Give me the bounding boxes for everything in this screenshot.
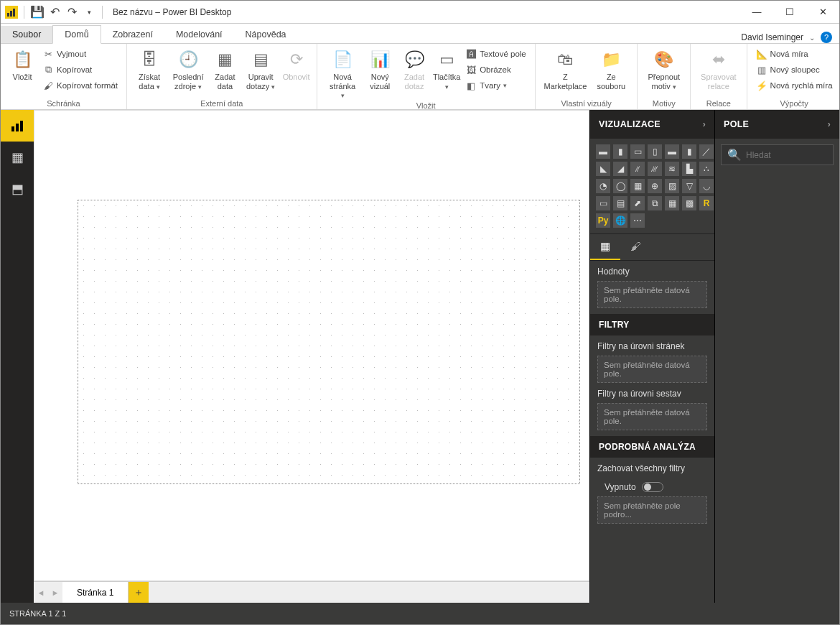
title-bar: 💾 ↶ ↷ ▾ Bez názvu – Power BI Desktop — ☐… [1, 1, 839, 24]
viz-line[interactable]: ／ [699, 144, 714, 159]
viz-arcgis[interactable]: 🌐 [613, 213, 627, 228]
minimize-button[interactable]: — [740, 1, 773, 24]
paste-button[interactable]: 📋 Vložit [6, 47, 38, 83]
ask-question-button[interactable]: 💬Zadat dotaz [398, 47, 431, 92]
viz-stacked-bar[interactable]: ▬ [596, 144, 610, 159]
tab-fields-icon[interactable]: ▦ [590, 234, 620, 260]
viz-line-clustered[interactable]: ⫻ [648, 162, 662, 176]
viz-ribbon[interactable]: ≋ [665, 162, 679, 176]
fields-search-input[interactable] [746, 150, 840, 160]
viz-stacked-area[interactable]: ◢ [613, 162, 627, 176]
add-page-button[interactable]: ＋ [129, 582, 149, 603]
viz-clustered-column[interactable]: ▯ [648, 144, 662, 159]
buttons-button[interactable]: ▭Tlačítka ▾ [432, 47, 461, 92]
from-marketplace-button[interactable]: 🛍Z Marketplace [541, 47, 589, 92]
nav-model-view[interactable]: ⬒ [1, 173, 34, 205]
maximize-button[interactable]: ☐ [773, 1, 806, 24]
viz-slicer[interactable]: ⧉ [648, 196, 662, 210]
close-button[interactable]: ✕ [806, 1, 839, 24]
report-filters-drop-well[interactable]: Sem přetáhněte datová pole. [597, 403, 707, 430]
viz-more[interactable]: ⋯ [630, 213, 645, 228]
viz-funnel[interactable]: ▽ [682, 179, 696, 193]
tab-help[interactable]: Nápověda [234, 26, 298, 43]
left-nav: ▦ ⬒ [1, 110, 34, 603]
new-page-button[interactable]: 📄Nová stránka ▾ [323, 47, 363, 101]
viz-matrix[interactable]: ▩ [682, 196, 696, 210]
user-name: David Iseminger [741, 32, 803, 42]
viz-waterfall[interactable]: ▙ [682, 162, 696, 176]
visualizations-header[interactable]: VIZUALIZACE › [590, 110, 714, 139]
help-icon[interactable]: ? [821, 32, 832, 43]
viz-clustered-bar[interactable]: ▭ [630, 144, 645, 159]
viz-table[interactable]: ▦ [665, 196, 679, 210]
viz-card[interactable]: ▭ [596, 196, 610, 210]
viz-line-stacked[interactable]: ⫽ [630, 162, 645, 176]
tab-file[interactable]: Soubor [1, 26, 52, 43]
page-next-icon[interactable]: ► [48, 588, 62, 597]
viz-pie[interactable]: ◔ [596, 179, 610, 193]
user-area[interactable]: David Iseminger ⌄ ? [741, 32, 839, 43]
clipboard-icon: 📋 [11, 48, 34, 71]
redo-icon[interactable]: ↷ [65, 5, 79, 19]
tab-format-icon[interactable]: 🖌 [620, 234, 651, 260]
viz-gauge[interactable]: ◡ [699, 179, 714, 193]
drillthrough-drop-well[interactable]: Sem přetáhněte pole podro... [597, 496, 707, 524]
viz-area[interactable]: ◣ [596, 162, 610, 176]
ribbon: 📋 Vložit ✂Vyjmout ⧉Kopírovat 🖌Kopírovat … [1, 44, 839, 110]
viz-r-script[interactable]: R [699, 196, 714, 210]
page-filters-drop-well[interactable]: Sem přetáhněte datová pole. [597, 356, 707, 383]
viz-scatter[interactable]: ∴ [699, 162, 714, 176]
image-button[interactable]: 🖼Obrázek [462, 62, 529, 77]
nav-report-view[interactable] [1, 110, 34, 142]
nav-data-view[interactable]: ▦ [1, 142, 34, 173]
svg-rect-4 [16, 124, 19, 131]
tab-home[interactable]: Domů [52, 25, 101, 44]
keep-all-filters-toggle[interactable] [642, 482, 663, 492]
viz-filled-map[interactable]: ▨ [665, 179, 679, 193]
switch-theme-button[interactable]: 🎨Přepnout motiv ▾ [643, 47, 684, 92]
page-prev-icon[interactable]: ◄ [34, 588, 48, 597]
refresh-button[interactable]: ⟳Obnovit [282, 47, 311, 83]
page-filters-label: Filtry na úrovni stránek [597, 341, 707, 351]
undo-icon[interactable]: ↶ [47, 5, 62, 19]
save-icon[interactable]: 💾 [30, 5, 45, 19]
fields-search[interactable]: 🔍 [721, 144, 834, 165]
recent-icon: 🕘 [177, 48, 200, 71]
fields-panel: POLE › 🔍 [714, 110, 839, 603]
values-drop-well[interactable]: Sem přetáhněte datová pole. [597, 281, 707, 308]
fields-header[interactable]: POLE › [715, 110, 839, 139]
viz-100-column[interactable]: ▮ [682, 144, 696, 159]
viz-treemap[interactable]: ▦ [630, 179, 645, 193]
tab-view[interactable]: Zobrazení [101, 26, 164, 43]
file-icon: 📁 [599, 48, 622, 71]
copy-button[interactable]: ⧉Kopírovat [39, 62, 121, 77]
new-measure-button[interactable]: 📐Nová míra [753, 47, 836, 61]
edit-queries-button[interactable]: ▤Upravit dotazy ▾ [241, 47, 281, 92]
viz-stacked-column[interactable]: ▮ [613, 144, 627, 159]
format-painter-button[interactable]: 🖌Kopírovat formát [39, 78, 121, 93]
viz-kpi[interactable]: ⬈ [630, 196, 645, 210]
cut-button[interactable]: ✂Vyjmout [39, 47, 121, 61]
page-tab-1[interactable]: Stránka 1 [62, 582, 129, 603]
enter-data-button[interactable]: ▦Zadat data [210, 47, 240, 92]
shapes-button[interactable]: ◧Tvary ▾ [462, 78, 529, 93]
new-quick-measure-button[interactable]: ⚡Nová rychlá míra [753, 78, 836, 93]
tab-modeling[interactable]: Modelování [164, 26, 234, 43]
viz-100-bar[interactable]: ▬ [665, 144, 679, 159]
ribbon-group-external-data: 🗄Získat data ▾ 🕘Poslední zdroje ▾ ▦Zadat… [127, 44, 317, 109]
qat-dropdown-icon[interactable]: ▾ [82, 5, 96, 19]
viz-donut[interactable]: ◯ [613, 179, 627, 193]
viz-python[interactable]: Py [596, 213, 610, 228]
new-visual-button[interactable]: 📊Nový vizuál [364, 47, 396, 92]
viz-multi-card[interactable]: ▤ [613, 196, 627, 210]
get-data-button[interactable]: 🗄Získat data ▾ [133, 47, 166, 92]
chevron-right-icon: › [828, 119, 831, 129]
report-canvas[interactable] [78, 200, 580, 484]
textbox-icon: 🅰 [465, 48, 477, 60]
new-column-button[interactable]: ▥Nový sloupec [753, 62, 836, 77]
viz-map[interactable]: ⊕ [648, 179, 662, 193]
from-file-button[interactable]: 📁Ze souboru [591, 47, 631, 92]
manage-relationships-button[interactable]: ⬌Spravovat relace [696, 47, 741, 92]
text-box-button[interactable]: 🅰Textové pole [462, 47, 529, 61]
recent-sources-button[interactable]: 🕘Poslední zdroje ▾ [167, 47, 209, 92]
